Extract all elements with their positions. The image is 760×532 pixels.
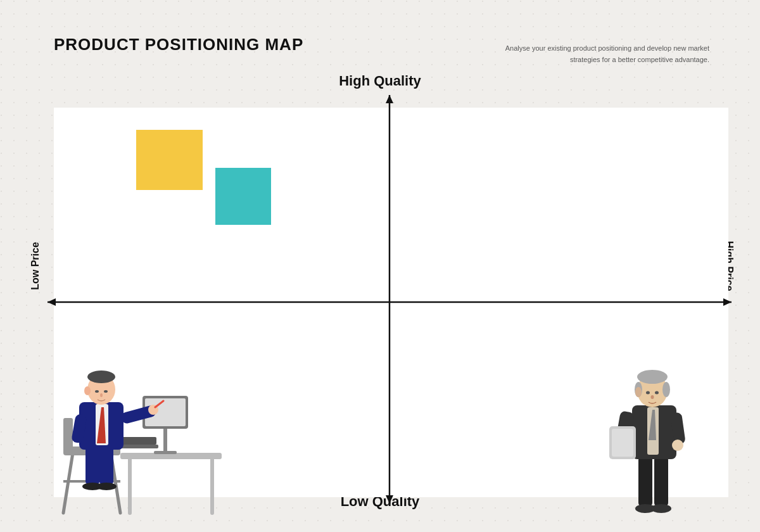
sticky-note-teal: [215, 168, 271, 225]
label-high-quality: High Quality: [339, 73, 421, 89]
svg-rect-40: [654, 456, 668, 507]
svg-point-25: [96, 483, 117, 490]
svg-rect-20: [120, 445, 158, 448]
svg-point-52: [637, 370, 668, 384]
svg-point-56: [646, 391, 650, 395]
description-line2: strategies for a better competitive adva…: [570, 56, 709, 63]
svg-marker-6: [386, 95, 393, 103]
svg-rect-12: [63, 418, 73, 450]
illustration-person-sitting: [38, 320, 228, 516]
svg-rect-22: [86, 446, 99, 484]
svg-point-55: [635, 387, 642, 397]
svg-rect-23: [99, 446, 113, 484]
svg-rect-39: [638, 456, 652, 507]
description-line1: Analyse your existing product positionin…: [505, 44, 709, 52]
svg-line-8: [63, 453, 73, 513]
svg-point-35: [84, 386, 91, 395]
label-low-price: Low Price: [30, 242, 41, 290]
illustration-person-standing: [595, 332, 709, 516]
svg-point-34: [87, 370, 115, 383]
svg-point-38: [100, 393, 103, 397]
sticky-note-yellow: [136, 130, 203, 190]
svg-rect-48: [612, 429, 633, 457]
svg-point-57: [655, 391, 659, 395]
svg-point-58: [651, 395, 654, 399]
page-description: Analyse your existing product positionin…: [505, 43, 709, 65]
svg-rect-21: [122, 437, 156, 445]
svg-point-36: [95, 390, 99, 393]
svg-point-37: [104, 390, 108, 393]
svg-point-54: [662, 382, 670, 397]
svg-point-50: [672, 440, 683, 451]
page-title: PRODUCT POSITIONING MAP: [54, 35, 303, 54]
svg-rect-17: [154, 451, 177, 454]
svg-rect-16: [163, 428, 167, 454]
svg-point-42: [651, 504, 671, 513]
